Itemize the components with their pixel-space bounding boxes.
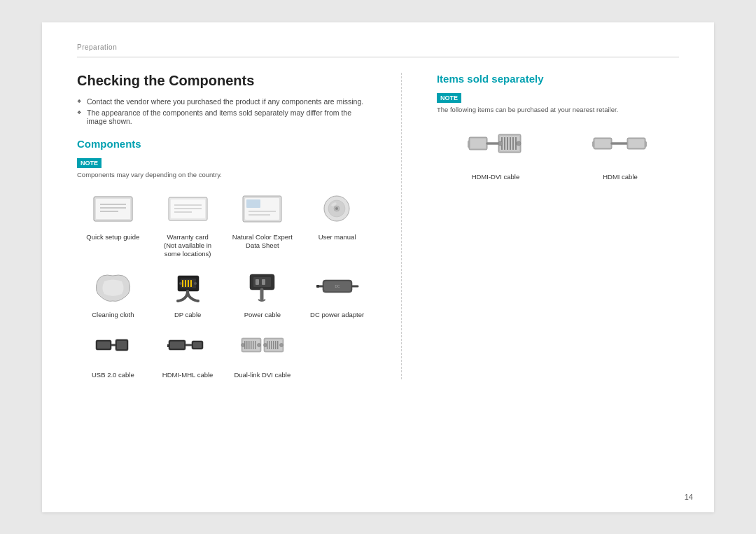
svg-rect-37 [97,342,110,349]
hdmi-mhl-cable-icon [163,326,212,368]
svg-rect-43 [193,342,202,348]
svg-rect-65 [470,139,486,148]
svg-rect-77 [595,139,610,148]
quick-setup-guide-icon [88,188,137,230]
top-divider [77,57,679,57]
svg-rect-49 [251,341,252,349]
left-column: Checking the Components Contact the vend… [77,73,402,380]
svg-point-18 [335,207,338,210]
svg-rect-50 [253,341,254,349]
svg-rect-60 [275,341,276,349]
svg-rect-30 [255,279,259,285]
svg-rect-69 [504,137,505,150]
item-hdmi-dvi: HDMI-DVI cable [437,125,554,181]
item-power-cable: Power cable [226,266,298,319]
item-natural-color: Natural Color ExpertData Sheet [226,188,298,259]
dp-cable-label: DP cable [174,311,201,319]
item-hdmi-mhl-cable: HDMI-MHL cable [152,326,224,379]
bullet-item-2: The appearance of the components and ite… [77,108,373,125]
item-hdmi-cable: HDMI cable [561,125,679,181]
item-dc-adapter: DC DC power adapter [301,266,373,319]
usb-cable-icon [88,326,137,368]
svg-rect-22 [182,280,183,287]
svg-point-74 [498,141,503,146]
svg-rect-25 [190,280,192,287]
warranty-card-label: Warranty card(Not available insome locat… [164,233,211,259]
svg-point-62 [264,344,267,347]
natural-color-icon [238,188,287,230]
page-container: Preparation Checking the Components Cont… [42,22,714,512]
item-cleaning-cloth: Cleaning cloth [77,266,149,319]
power-cable-icon [238,266,287,308]
page-number: 14 [685,493,693,501]
item-user-manual: User manual [301,188,373,259]
components-row-3: USB 2.0 cable [77,326,373,379]
cleaning-cloth-icon [88,266,137,308]
svg-rect-61 [277,341,279,349]
svg-rect-24 [188,280,189,287]
dvi-cable-icon [238,326,287,368]
warranty-card-icon [163,188,212,230]
items-sold-grid: HDMI-DVI cable [437,125,679,181]
svg-rect-57 [269,341,270,349]
svg-point-26 [179,282,182,285]
quick-setup-guide-label: Quick setup guide [86,233,139,241]
svg-rect-73 [515,137,517,150]
svg-point-75 [517,141,521,146]
item-warranty-card: Warranty card(Not available insome locat… [152,188,224,259]
svg-point-63 [280,344,284,347]
components-row-2: Cleaning cloth [77,266,373,319]
svg-rect-12 [246,199,260,208]
hdmi-mhl-cable-label: HDMI-MHL cable [162,371,214,379]
svg-rect-59 [273,341,274,349]
svg-rect-34 [316,285,319,288]
svg-point-53 [258,344,261,347]
item-dvi-cable: Dual-link DVI cable [226,326,298,379]
components-row-1: Quick setup guide Warranty card(Not avai [77,188,373,259]
dc-adapter-icon: DC [313,266,362,308]
cleaning-cloth-label: Cleaning cloth [92,311,134,319]
svg-rect-1 [96,199,130,219]
dp-cable-icon [163,266,212,308]
bullet-item-1: Contact the vendor where you purchased t… [77,97,373,106]
bullet-list: Contact the vendor where you purchased t… [77,97,373,125]
svg-rect-48 [248,341,250,349]
hdmi-cable-label: HDMI cable [603,173,638,181]
components-subtitle: Components [77,138,373,150]
svg-rect-23 [185,280,186,287]
item-usb-cable: USB 2.0 cable [77,326,149,379]
note-text-left: Components may vary depending on the cou… [77,171,373,178]
hdmi-dvi-icon [468,125,524,170]
note-text-right: The following items can be purchased at … [437,106,679,113]
svg-rect-47 [246,341,248,349]
note-badge-left: NOTE [77,158,102,168]
items-sold-title: Items sold separately [437,73,679,85]
svg-rect-71 [510,137,511,150]
svg-text:DC: DC [335,284,340,288]
svg-point-52 [241,344,245,347]
svg-rect-51 [255,341,256,349]
svg-rect-39 [117,341,127,349]
svg-rect-79 [629,139,644,148]
user-manual-label: User manual [318,233,356,241]
item-quick-setup-guide: Quick setup guide [77,188,149,259]
svg-rect-31 [262,279,265,285]
user-manual-icon [313,188,362,230]
svg-rect-72 [512,137,514,150]
power-cable-label: Power cable [244,311,281,319]
main-title: Checking the Components [77,73,373,89]
usb-cable-label: USB 2.0 cable [92,371,134,379]
svg-rect-70 [507,137,508,150]
dc-adapter-label: DC power adapter [310,311,364,319]
svg-rect-41 [170,342,184,349]
hdmi-cable-icon [592,125,648,170]
breadcrumb: Preparation [77,43,679,51]
svg-point-27 [194,282,197,285]
svg-rect-58 [271,341,272,349]
two-column-layout: Checking the Components Contact the vend… [77,73,679,380]
item-dp-cable: DP cable [152,266,224,319]
dvi-cable-label: Dual-link DVI cable [234,371,290,379]
hdmi-dvi-label: HDMI-DVI cable [472,173,520,181]
note-badge-right: NOTE [437,93,461,103]
natural-color-label: Natural Color ExpertData Sheet [232,233,293,251]
